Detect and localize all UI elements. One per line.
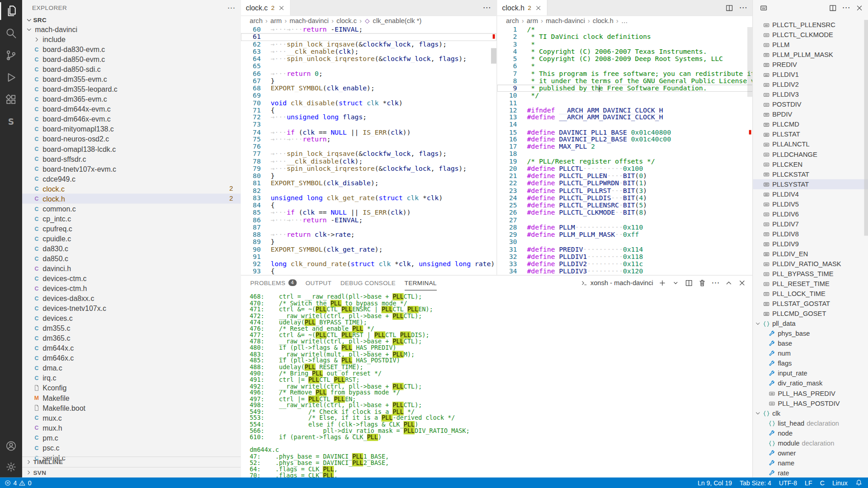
file-board-mityomapl138.c[interactable]: Cboard-mityomapl138.c bbox=[22, 124, 241, 134]
outline-item-PLLDIV_EN[interactable]: PLLDIV_EN bbox=[753, 249, 868, 259]
outline-item-PLLSYSTAT[interactable]: PLLSYSTAT bbox=[753, 179, 868, 189]
terminal-output[interactable]: 468: ctrl = __raw_readl(pll->base + PLLC… bbox=[241, 290, 753, 478]
breadcrumb-item[interactable]: arm bbox=[527, 17, 538, 25]
file-board-da830-evm.c[interactable]: Cboard-da830-evm.c bbox=[22, 44, 241, 54]
outline-item-PLLDIV1[interactable]: PLLDIV1 bbox=[753, 70, 868, 80]
file-board-dm646x-evm.c[interactable]: Cboard-dm646x-evm.c bbox=[22, 114, 241, 124]
outline-item-PLLSTAT_GOSTAT[interactable]: PLLSTAT_GOSTAT bbox=[753, 299, 868, 309]
status-os[interactable]: Linux bbox=[832, 479, 848, 486]
more-icon[interactable]: ⋯ bbox=[483, 3, 491, 13]
panel-tab-terminal[interactable]: TERMINAL bbox=[405, 275, 437, 290]
outline-item-module[interactable]: moduledeclaration bbox=[753, 438, 868, 448]
status-language-mode[interactable]: C bbox=[820, 479, 825, 486]
outline-item-PLLDIV6[interactable]: PLLDIV6 bbox=[753, 209, 868, 219]
outline-item-pll_data[interactable]: pll_data bbox=[753, 319, 868, 328]
file-board-tnetv107x-evm.c[interactable]: Cboard-tnetv107x-evm.c bbox=[22, 164, 241, 174]
outline-item-PLL_HAS_POSTDIV[interactable]: PLL_HAS_POSTDIV bbox=[753, 399, 868, 408]
outline-item-base[interactable]: base bbox=[753, 338, 868, 348]
file-Makefile.boot[interactable]: Makefile.boot bbox=[22, 403, 241, 413]
file-devices-da8xx.c[interactable]: Cdevices-da8xx.c bbox=[22, 293, 241, 303]
outline-item-PLLCKSTAT[interactable]: PLLCKSTAT bbox=[753, 169, 868, 179]
file-board-da850-evm.c[interactable]: Cboard-da850-evm.c bbox=[22, 54, 241, 64]
outline-item-PLLDIV3[interactable]: PLLDIV3 bbox=[753, 89, 868, 99]
file-da850.c[interactable]: Cda850.c bbox=[22, 253, 241, 263]
breadcrumb-item[interactable]: arch bbox=[250, 17, 263, 25]
file-irq.c[interactable]: Cirq.c bbox=[22, 373, 241, 383]
breadcrumb-item[interactable]: mach-davinci bbox=[289, 17, 329, 25]
outline-item-PLL_LOCK_TIME[interactable]: PLL_LOCK_TIME bbox=[753, 289, 868, 299]
breadcrumb-item[interactable]: clock.h bbox=[593, 17, 613, 25]
outline-item-div_ratio_mask[interactable]: div_ratio_mask bbox=[753, 379, 868, 389]
panel-tab-problems[interactable]: PROBLEMS4 bbox=[250, 275, 297, 290]
activity-explorer[interactable] bbox=[0, 0, 22, 22]
activity-run-debug[interactable] bbox=[0, 66, 22, 89]
outline-item-POSTDIV[interactable]: POSTDIV bbox=[753, 99, 868, 109]
outline-item-clk[interactable]: clk bbox=[753, 408, 868, 418]
status-cursor-position[interactable]: Ln 9, Col 19 bbox=[698, 479, 732, 486]
split-editor-icon[interactable] bbox=[829, 4, 837, 12]
file-board-sffsdr.c[interactable]: Cboard-sffsdr.c bbox=[22, 154, 241, 164]
file-board-da850-sdi.c[interactable]: Cboard-da850-sdi.c bbox=[22, 64, 241, 74]
activity-account[interactable] bbox=[0, 436, 22, 457]
file-clock.c[interactable]: Cclock.c2 bbox=[22, 184, 241, 194]
file-board-neuros-osd2.c[interactable]: Cboard-neuros-osd2.c bbox=[22, 134, 241, 144]
file-board-dm365-evm.c[interactable]: Cboard-dm365-evm.c bbox=[22, 94, 241, 104]
outline-item-PLLCMD[interactable]: PLLCMD bbox=[753, 119, 868, 129]
section-timeline[interactable]: TIMELINE bbox=[22, 456, 241, 467]
outline-item-PLL_BYPASS_TIME[interactable]: PLL_BYPASS_TIME bbox=[753, 269, 868, 279]
chevron-up-icon[interactable] bbox=[725, 279, 733, 287]
file-common.c[interactable]: Ccommon.c bbox=[22, 204, 241, 214]
outline-item-PREDIV[interactable]: PREDIV bbox=[753, 60, 868, 70]
file-cpufreq.c[interactable]: Ccpufreq.c bbox=[22, 224, 241, 234]
more-icon[interactable]: ⋯ bbox=[739, 3, 747, 13]
outline-item-input_rate[interactable]: input_rate bbox=[753, 369, 868, 379]
file-Kconfig[interactable]: Kconfig bbox=[22, 383, 241, 393]
section-svn[interactable]: SVN bbox=[22, 467, 241, 477]
outline-item-name[interactable]: name bbox=[753, 458, 868, 468]
close-icon[interactable] bbox=[534, 4, 542, 11]
activity-search[interactable] bbox=[0, 22, 22, 44]
outline-item-BPDIV[interactable]: BPDIV bbox=[753, 109, 868, 119]
outline-item-PLLDCHANGE[interactable]: PLLDCHANGE bbox=[753, 150, 868, 160]
outline-item-PLLDIV4[interactable]: PLLDIV4 bbox=[753, 189, 868, 199]
file-pm.c[interactable]: Cpm.c bbox=[22, 433, 241, 443]
outline-item-phys_base[interactable]: phys_base bbox=[753, 328, 868, 338]
file-dm646x.c[interactable]: Cdm646x.c bbox=[22, 353, 241, 363]
file-board-dm355-leopard.c[interactable]: Cboard-dm355-leopard.c bbox=[22, 84, 241, 94]
file-devices.c[interactable]: Cdevices.c bbox=[22, 313, 241, 323]
more-actions-icon[interactable]: ⋯ bbox=[227, 3, 236, 12]
file-board-dm644x-evm.c[interactable]: Cboard-dm644x-evm.c bbox=[22, 104, 241, 114]
outline-scrollbar[interactable] bbox=[864, 20, 868, 236]
outline-item-owner[interactable]: owner bbox=[753, 448, 868, 458]
breadcrumb-item[interactable]: arch bbox=[506, 17, 519, 25]
outline-item-PLLDIV2[interactable]: PLLDIV2 bbox=[753, 80, 868, 89]
file-mux.c[interactable]: Cmux.c bbox=[22, 413, 241, 422]
trash-icon[interactable] bbox=[698, 279, 706, 287]
outline-item-num[interactable]: num bbox=[753, 348, 868, 358]
outline-item-PLL_RESET_TIME[interactable]: PLL_RESET_TIME bbox=[753, 279, 868, 289]
caret-down-icon[interactable] bbox=[671, 279, 679, 287]
activity-settings[interactable] bbox=[0, 456, 22, 478]
close-icon[interactable] bbox=[738, 279, 746, 287]
close-icon[interactable] bbox=[855, 4, 863, 12]
more-icon[interactable]: ⋯ bbox=[711, 278, 719, 288]
outline-item-rate[interactable]: rate bbox=[753, 468, 868, 478]
activity-source-control[interactable] bbox=[0, 44, 22, 66]
file-clock.h[interactable]: Cclock.h2 bbox=[22, 194, 241, 204]
file-include[interactable]: include bbox=[22, 34, 241, 44]
file-devices-tnetv107x.c[interactable]: Cdevices-tnetv107x.c bbox=[22, 303, 241, 313]
file-cpuidle.c[interactable]: Ccpuidle.c bbox=[22, 234, 241, 244]
breadcrumb-item[interactable]: mach-davinci bbox=[546, 17, 585, 25]
outline-item-PLLCKEN[interactable]: PLLCKEN bbox=[753, 160, 868, 169]
outline-item-PLLCMD_GOSET[interactable]: PLLCMD_GOSET bbox=[753, 309, 868, 319]
outline-item-node[interactable]: node bbox=[753, 428, 868, 438]
outline-item-PLLM_PLLM_MASK[interactable]: PLLM_PLLM_MASK bbox=[753, 50, 868, 60]
more-icon[interactable]: ⋯ bbox=[842, 3, 850, 13]
tab-clock.c[interactable]: clock.c2 bbox=[241, 0, 291, 15]
file-dm365.c[interactable]: Cdm365.c bbox=[22, 333, 241, 343]
editor-content[interactable]: 1/*2 * TI DaVinci clock definitions3 *4 … bbox=[497, 26, 753, 275]
outline-item-PLLDIV5[interactable]: PLLDIV5 bbox=[753, 199, 868, 209]
split-editor-icon[interactable] bbox=[725, 4, 733, 12]
panel-tab-output[interactable]: OUTPUT bbox=[306, 275, 332, 290]
file-mux.h[interactable]: Cmux.h bbox=[22, 423, 241, 433]
